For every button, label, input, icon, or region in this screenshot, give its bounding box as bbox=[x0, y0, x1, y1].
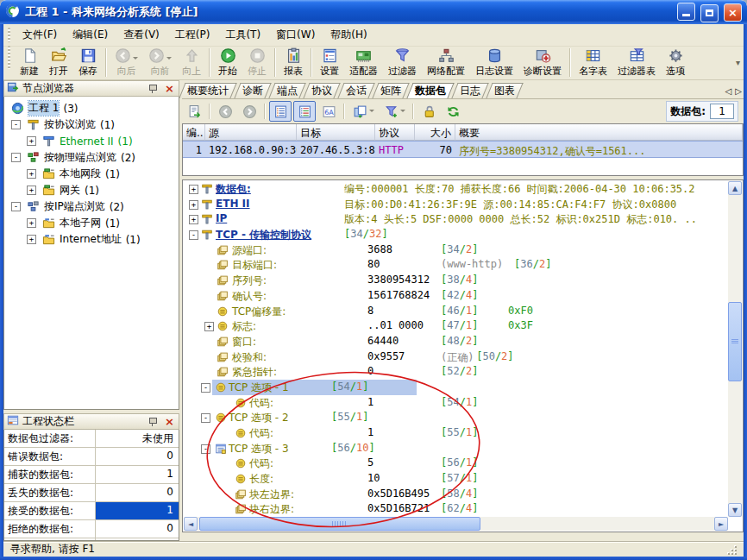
tree-item-label[interactable]: 本地网段 bbox=[60, 167, 101, 181]
decode-row-3[interactable]: +IP版本:4 头长:5 DSF:0000 0000 总长:52 标识:0x25… bbox=[184, 211, 728, 227]
decode-field-label[interactable]: 标志: bbox=[232, 319, 256, 334]
tab-图表[interactable]: 图表 bbox=[489, 83, 520, 98]
toolbar-button-network-nodes[interactable]: 网络配置 bbox=[423, 47, 469, 79]
decode-row-4[interactable]: -TCP - 传输控制协议[34/32] bbox=[184, 227, 728, 242]
scrollbar-thumb[interactable] bbox=[199, 517, 480, 531]
tree-item-label[interactable]: Ethernet II bbox=[60, 135, 114, 148]
menu-item-6[interactable]: 窗口(W) bbox=[268, 26, 323, 43]
decode-field-label[interactable]: ETH II bbox=[216, 198, 250, 210]
lock-key-button[interactable] bbox=[417, 101, 440, 122]
dropdown-arrow-icon[interactable] bbox=[400, 110, 405, 115]
toolbar-button-filter-table[interactable]: 过滤器表 bbox=[613, 47, 660, 79]
decode-row-12[interactable]: 校验和:0x9557(正确)[50/2] bbox=[184, 349, 728, 365]
toolbar-button-up-arrow[interactable]: 向上 bbox=[178, 47, 205, 79]
decode-field-label[interactable]: 确认号: bbox=[232, 289, 267, 304]
expand-icon[interactable]: + bbox=[27, 235, 36, 244]
decode-field-label[interactable]: 窗口: bbox=[232, 335, 256, 349]
collapse-icon[interactable]: - bbox=[201, 383, 210, 393]
toolbar-button-back-circle[interactable]: 向后 bbox=[110, 47, 142, 79]
minimize-button[interactable] bbox=[677, 3, 695, 21]
tree-item-label[interactable]: 按物理端点浏览 bbox=[44, 150, 116, 165]
decode-row-6[interactable]: 目标端口:80(www-http)[36/2] bbox=[184, 257, 728, 273]
scroll-right-icon[interactable]: ► bbox=[714, 517, 728, 531]
detail-list-button[interactable] bbox=[269, 101, 292, 122]
tab-端点[interactable]: 端点 bbox=[272, 83, 303, 98]
decode-field-label[interactable]: 块右边界: bbox=[249, 502, 294, 517]
tree-item--[interactable]: +本地网段(1) bbox=[4, 166, 179, 182]
scroll-left-icon[interactable]: ◄ bbox=[184, 517, 198, 531]
scrollbar-thumb[interactable] bbox=[728, 302, 742, 381]
scroll-up-icon[interactable]: ▲ bbox=[728, 181, 742, 195]
decode-row-1[interactable]: +数据包:编号:000001 长度:70 捕获长度:66 时间戳:2006-04… bbox=[184, 181, 728, 197]
decode-row-5[interactable]: 源端口:3688[34/2] bbox=[184, 242, 728, 258]
toolbar-button-forward-circle[interactable]: 向前 bbox=[144, 47, 176, 79]
collapse-icon[interactable]: - bbox=[201, 444, 210, 454]
title-bar[interactable]: 工程 1 - 科来网络分析系统 [停止] × bbox=[0, 0, 747, 24]
decode-row-18[interactable]: -TCP 选项 - 3[56/10] bbox=[184, 441, 728, 456]
packet-cell-5[interactable]: 70 bbox=[415, 141, 455, 158]
scroll-down-icon[interactable]: ▼ bbox=[728, 503, 742, 517]
decode-row-8[interactable]: 确认号:1561768824[42/4] bbox=[184, 288, 728, 304]
expand-icon[interactable]: + bbox=[27, 218, 36, 228]
menubar-grip[interactable] bbox=[8, 28, 10, 43]
tree-item--[interactable]: -按物理端点浏览(2) bbox=[4, 149, 179, 166]
toolbar-button-report-clipboard[interactable]: 报表 bbox=[279, 47, 307, 79]
expand-icon[interactable]: + bbox=[189, 185, 198, 194]
collapse-icon[interactable]: - bbox=[189, 230, 198, 240]
tree-item-label[interactable]: 按IP端点浏览 bbox=[44, 199, 105, 214]
decode-field-label[interactable]: 数据包: bbox=[216, 182, 251, 197]
collapse-icon[interactable]: - bbox=[11, 202, 21, 211]
decode-row-19[interactable]: 代码:5[56/1] bbox=[184, 456, 728, 471]
column-header-4[interactable]: 协议 bbox=[375, 124, 415, 141]
toolbar-button-adapter-card[interactable]: 适配器 bbox=[345, 47, 382, 79]
tree-item--1[interactable]: 工程 1(3) bbox=[4, 100, 179, 116]
toolbar-button-settings-list[interactable]: 设置 bbox=[316, 47, 343, 79]
maximize-button[interactable] bbox=[700, 4, 719, 22]
decode-row-21[interactable]: 块左边界:0x5D16B495[58/4] bbox=[184, 487, 728, 502]
packet-cell-1[interactable]: 1 bbox=[183, 141, 205, 158]
decode-row-20[interactable]: 长度:10[57/1] bbox=[184, 471, 728, 487]
tree-item--[interactable]: +网关(1) bbox=[4, 182, 179, 198]
decode-field-label[interactable]: TCP - 传输控制协议 bbox=[216, 228, 311, 242]
status-row-5[interactable]: 接受的数据包:1 bbox=[4, 502, 179, 520]
back-circle-button[interactable] bbox=[214, 101, 236, 122]
decode-field-label[interactable]: 源端口: bbox=[232, 243, 267, 258]
decode-row-16[interactable]: -TCP 选项 - 2[55/1] bbox=[184, 410, 728, 425]
column-header-3[interactable]: 目标 bbox=[297, 124, 375, 141]
tab-概要统计[interactable]: 概要统计 bbox=[182, 83, 234, 98]
pin-icon[interactable] bbox=[149, 417, 156, 426]
collapse-icon[interactable]: - bbox=[11, 153, 21, 162]
menu-item-3[interactable]: 查看(V) bbox=[116, 26, 167, 43]
packet-cell-4[interactable]: HTTP bbox=[375, 141, 415, 158]
decode-row-11[interactable]: 窗口:64440[48/2] bbox=[184, 334, 728, 349]
decode-field-label[interactable]: 代码: bbox=[249, 426, 273, 441]
export-page-button[interactable] bbox=[183, 101, 205, 122]
column-header-5[interactable]: 大小 bbox=[415, 124, 455, 141]
packet-cell-3[interactable]: 207.46.5.3:80 bbox=[297, 141, 375, 158]
pin-icon[interactable] bbox=[149, 84, 156, 93]
decode-field-label[interactable]: 序列号: bbox=[232, 274, 267, 288]
decode-row-14[interactable]: -TCP 选项 - 1[54/1] bbox=[184, 380, 728, 395]
status-row-2[interactable]: 错误数据包:0 bbox=[4, 448, 179, 466]
toolbar-overflow-chevron-icon[interactable]: ▾ bbox=[732, 58, 744, 67]
collapse-icon[interactable]: - bbox=[11, 120, 21, 129]
decode-row-13[interactable]: 紧急指针:0[52/2] bbox=[184, 364, 728, 380]
toolbar-button-options-gear[interactable]: 选项 bbox=[662, 47, 689, 79]
resize-grip[interactable] bbox=[726, 544, 737, 555]
decode-field-label[interactable]: TCP 选项 - 1 bbox=[229, 381, 289, 395]
dropdown-arrow-icon[interactable] bbox=[166, 57, 172, 62]
menu-item-1[interactable]: 文件(F) bbox=[15, 26, 65, 43]
tab-scroll-left-icon[interactable]: ◁ bbox=[724, 86, 734, 96]
decode-field-label[interactable]: 代码: bbox=[249, 456, 273, 471]
decode-field-label[interactable]: TCP偏移量: bbox=[232, 305, 286, 319]
toolbar-button-floppy[interactable]: 保存 bbox=[74, 47, 102, 79]
decode-row-15[interactable]: 代码:1[54/1] bbox=[184, 395, 728, 411]
decode-field-label[interactable]: 块左边界: bbox=[249, 488, 294, 502]
tree-item-ethernet-ii[interactable]: +Ethernet II(1) bbox=[4, 133, 179, 149]
decode-field-label[interactable]: IP bbox=[216, 212, 227, 224]
expand-icon[interactable]: + bbox=[27, 186, 36, 195]
decode-field-label[interactable]: TCP 选项 - 3 bbox=[229, 442, 289, 456]
toolbar-button-log-db[interactable]: 日志设置 bbox=[471, 47, 518, 79]
decode-field-label[interactable]: 紧急指针: bbox=[232, 365, 277, 380]
tab-数据包[interactable]: 数据包 bbox=[410, 83, 451, 98]
